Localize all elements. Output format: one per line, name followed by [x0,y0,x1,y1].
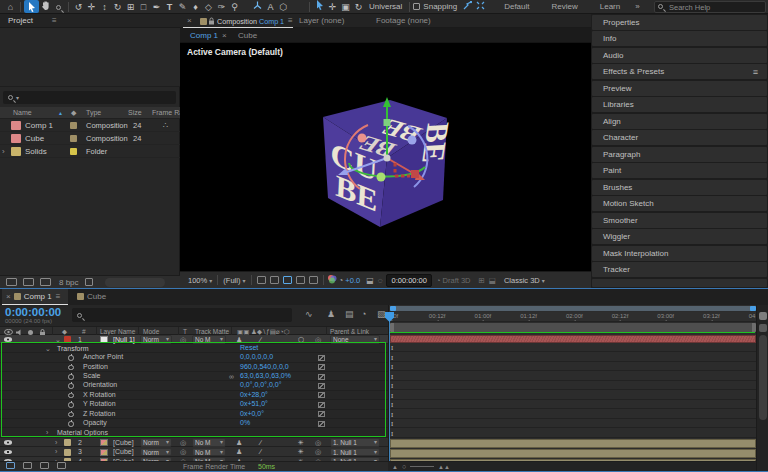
selection-tool[interactable] [24,0,39,13]
null1-layer-bar[interactable] [390,335,756,343]
collapse-transformations-icon[interactable]: ✳ [298,447,304,456]
new-folder-icon[interactable] [23,278,34,286]
home-icon[interactable]: ⌂ [4,0,17,14]
rotation-tool[interactable]: ↻ [111,0,124,14]
graph-toggle-icon[interactable] [318,402,325,408]
universal-gizmo-tool[interactable] [313,0,326,14]
draft-3d-toggle[interactable]: ◔ Draft 3D [436,276,471,285]
layer-row-null1[interactable]: ⌄ 1 [Null 1] Norm▾ ◎ No M▾ ♟ ∕ ⬡ ◎ None▾ [0,335,388,344]
track-matte-select[interactable]: No M▾ [192,335,226,344]
col-type[interactable]: Type [86,107,101,119]
panel-bar[interactable]: Motion Sketch [592,196,767,211]
composition-panel-menu-icon[interactable]: ≡ [288,16,293,25]
shape-tool[interactable]: □ [137,0,150,14]
composition-tab-close-icon[interactable]: × [187,16,192,25]
quality-icon[interactable]: ∕ [260,335,261,344]
world-axis-mode[interactable]: A [264,0,277,14]
scale-gizmo-tool[interactable]: ▣ [339,0,352,14]
stopwatch-icon[interactable] [68,374,74,380]
current-timecode[interactable]: 0:00:00:00 [5,306,61,318]
panel-bar-partial[interactable] [592,279,767,287]
property-value[interactable]: 63,0,63,0,63,0% [240,372,291,379]
label-swatch[interactable] [64,439,71,446]
graph-toggle-icon[interactable] [318,374,325,380]
layer-name[interactable]: [Cube] [113,438,134,447]
blend-mode-select[interactable]: Norm▾ [140,448,172,457]
panel-bar[interactable]: Smoother [592,213,767,228]
property-name[interactable]: X Rotation [83,391,116,398]
property-row[interactable]: Opacity 0% [0,419,388,428]
graph-toggle-icon[interactable] [318,355,325,361]
panel-bar[interactable]: Properties [592,15,767,30]
property-row[interactable]: Position 960,0,540,0,0,0 [0,363,388,372]
quality-icon[interactable]: ∕ [260,438,261,447]
clone-stamp-tool[interactable]: ♦ [189,0,202,14]
renderer-select[interactable]: Classic 3D ▾ [504,276,545,285]
property-value[interactable]: 0x+51,0° [240,400,268,407]
comp-marker-icon[interactable] [759,312,767,320]
roi-icon[interactable] [283,276,292,284]
transform-group-row[interactable]: ⌄ Transform Reset [0,344,388,353]
layer-name[interactable]: [Null 1] [113,335,135,344]
label-swatch[interactable] [64,449,71,456]
render-queue-icon[interactable] [6,462,15,469]
puppet-pin-tool[interactable]: ⚲ [228,0,241,14]
graph-toggle-icon[interactable] [318,411,325,417]
stack-icon[interactable] [57,462,66,469]
layer-row-cube[interactable]: › 3 [Cube] Norm▾ ◎ No M▾ ♟ ∕ ✳ ◎ 1. Null… [0,447,388,456]
expand-arrows-icon[interactable] [40,462,49,469]
property-value[interactable]: 960,0,540,0,0,0 [240,363,289,370]
property-value[interactable]: 0x+0,0° [240,410,264,417]
local-axis-mode[interactable] [251,0,264,14]
cube-layer-bar[interactable] [390,449,756,458]
viewer-tab-cube[interactable]: Cube [238,31,257,40]
brush-tool[interactable]: ✎ [176,0,189,14]
property-value[interactable]: 0,0,0,0,0,0 [240,353,273,360]
eraser-tool[interactable]: ◇ [202,0,215,14]
link-icon[interactable]: ∞ [229,372,234,381]
reset-link[interactable]: Reset [240,344,258,351]
blend-mode-select[interactable]: Norm▾ [140,335,172,344]
label-swatch[interactable] [64,336,71,343]
tab-project[interactable]: Project [8,16,33,25]
matte-pickwhip-icon[interactable]: ◎ [180,335,186,344]
graph-toggle-icon[interactable] [318,392,325,398]
stopwatch-icon[interactable] [68,383,74,389]
layer-name[interactable]: [Cube] [113,447,134,456]
viewer-tab-comp1-close[interactable]: × [222,31,227,40]
sort-arrow-icon[interactable]: ▲ [58,107,63,119]
quality-icon[interactable]: ∕ [260,447,261,456]
stopwatch-icon[interactable] [68,421,74,427]
pan-camera-tool[interactable]: ✛ [85,0,98,14]
timeline-tab-cube[interactable]: Cube [74,289,122,305]
playhead-line[interactable] [389,312,390,461]
property-row[interactable]: Anchor Point 0,0,0,0,0,0 [0,353,388,362]
stopwatch-icon[interactable] [68,412,74,418]
orbit-camera-tool[interactable]: ↺ [72,0,85,14]
tab-composition[interactable]: Composition Comp 1 [217,17,284,26]
project-row[interactable]: Comp 1 Composition 24 ∴ [0,119,180,132]
work-area-band[interactable] [390,323,756,332]
label-swatch[interactable] [70,135,77,142]
panel-bar[interactable]: Audio [592,48,767,63]
panel-bar[interactable]: Preview [592,81,767,96]
view-layout-icon[interactable] [309,276,318,284]
snapping-label[interactable]: Snapping [423,2,457,11]
panel-bar[interactable]: Effects & Presets [592,64,767,79]
track-matte-select[interactable]: No M▾ [192,438,226,447]
property-name[interactable]: Scale [83,372,101,379]
interpret-footage-icon[interactable] [6,278,17,286]
workspace-default[interactable]: Default [504,2,529,11]
resolution-select[interactable]: (Full) ▾ [223,276,245,285]
pan-behind-tool[interactable]: ⊞ [124,0,137,14]
workspace-more-chevron[interactable]: » [635,2,639,11]
timegraph[interactable]: 0:00f00:12f01:00f01:12f02:00f02:12f03:00… [388,305,756,461]
eye-icon[interactable] [4,337,12,342]
property-row[interactable]: Scale ∞ 63,0,63,0,63,0% [0,372,388,381]
property-row[interactable]: Z Rotation 0x+0,0° [0,410,388,419]
lock-icon[interactable] [208,17,215,27]
panel-bar[interactable]: Info [592,31,767,46]
comp-button-icon[interactable] [759,324,767,332]
timeline-search-input[interactable] [72,308,292,322]
property-value[interactable]: 0x+28,0° [240,391,268,398]
